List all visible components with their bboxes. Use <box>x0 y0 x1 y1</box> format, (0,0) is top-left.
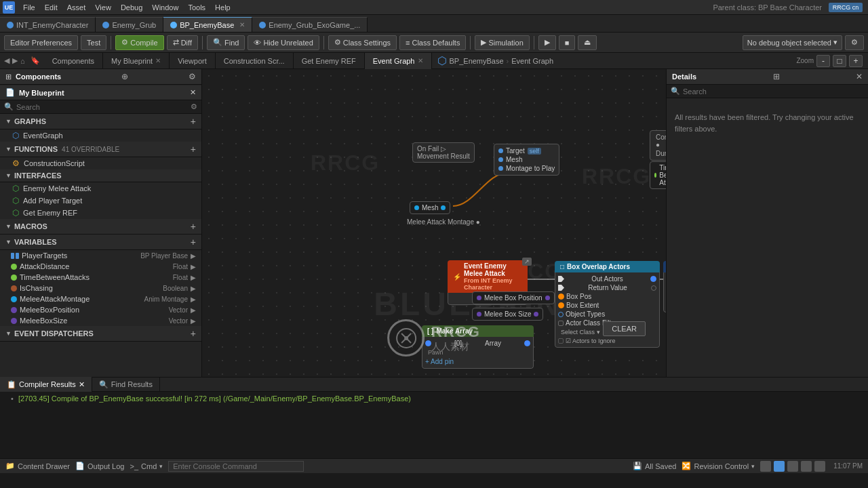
tab-int-enemy[interactable]: INT_EnemyCharacter <box>0 17 96 32</box>
tab-enemy-grub[interactable]: Enemy_Grub <box>96 17 163 32</box>
var-melee-attack-montage[interactable]: MeleeAttackMontage Anim Montage ▶ <box>0 293 201 304</box>
var-melee-box-size[interactable]: MeleeBoxSize Vector ▶ <box>0 315 201 326</box>
zoom-fit-btn[interactable]: □ <box>833 55 846 67</box>
details-close-btn[interactable]: ✕ <box>856 72 863 81</box>
details-search-input[interactable] <box>683 87 864 96</box>
diff-btn[interactable]: ⇄ Diff <box>167 35 198 50</box>
var-melee-box-position-expand[interactable]: ▶ <box>191 306 196 314</box>
menu-edit[interactable]: Edit <box>41 3 62 12</box>
compile-btn[interactable]: ⚙ Compile <box>115 35 163 50</box>
editor-preferences-btn[interactable]: Editor Preferences <box>4 35 78 50</box>
zoom-in-btn[interactable]: + <box>849 55 863 67</box>
components-settings-btn[interactable]: ⚙ <box>189 72 196 81</box>
stop-btn[interactable]: ■ <box>559 35 576 50</box>
section-macros[interactable]: ▼ MACROS + <box>0 219 201 235</box>
menu-view[interactable]: View <box>91 3 115 12</box>
components-add-btn[interactable]: ⊕ <box>121 72 128 81</box>
var-player-targets[interactable]: PlayerTargets BP Player Base ▶ <box>0 250 201 261</box>
tab-bp-enemy-base[interactable]: BP_EnemyBase ✕ <box>163 17 252 32</box>
taskbar-icon-3[interactable] <box>787 461 798 472</box>
menu-file[interactable]: File <box>19 3 39 12</box>
var-melee-attack-montage-expand[interactable]: ▶ <box>191 296 196 303</box>
var-melee-box-position[interactable]: MeleeBoxPosition Vector ▶ <box>0 304 201 315</box>
sub-tab-get-enemy-ref[interactable]: Get Enemy REF <box>294 53 365 69</box>
node-melee-box-position[interactable]: Melee Box Position <box>472 291 555 304</box>
close-icon-event-graph[interactable]: ✕ <box>418 57 423 64</box>
find-results-tab[interactable]: 🔍 Find Results <box>92 377 160 392</box>
output-log-btn[interactable]: 📄 Output Log <box>75 462 124 470</box>
list-item-add-player-target[interactable]: ⬡ Add Player Target <box>0 195 201 207</box>
tab-enemy-grub-exo[interactable]: Enemy_Grub_ExoGame_... <box>252 17 368 32</box>
functions-add-btn[interactable]: + <box>191 144 196 155</box>
var-attack-distance-expand[interactable]: ▶ <box>191 263 196 270</box>
debug-settings-btn[interactable]: ⚙ <box>845 35 864 50</box>
var-time-expand[interactable]: ▶ <box>191 274 196 281</box>
variables-add-btn[interactable]: + <box>191 237 196 247</box>
play-btn[interactable]: ▶ <box>538 35 556 50</box>
section-event-dispatchers[interactable]: ▼ EVENT DISPATCHERS + <box>0 326 201 342</box>
var-melee-box-size-expand[interactable]: ▶ <box>191 317 196 325</box>
section-variables[interactable]: ▼ VARIABLES + <box>0 235 201 250</box>
console-command-input[interactable] <box>168 461 304 472</box>
test-btn[interactable]: Test <box>81 35 106 50</box>
section-interfaces[interactable]: ▼ INTERFACES <box>0 169 201 182</box>
hide-unrelated-btn[interactable]: 👁 Hide Unrelated <box>248 35 319 50</box>
add-pin-btn[interactable]: + Add pin <box>425 358 454 365</box>
class-defaults-btn[interactable]: ≡ Class Defaults <box>399 35 466 50</box>
menu-tools[interactable]: Tools <box>184 3 210 12</box>
list-item-construction-script[interactable]: ⚙ ConstructionScript <box>0 157 201 169</box>
close-icon-my-blueprint[interactable]: ✕ <box>155 57 161 64</box>
compiler-results-tab[interactable]: 📋 Compiler Results ✕ <box>0 377 92 392</box>
class-settings-btn[interactable]: ⚙ Class Settings <box>328 35 397 50</box>
taskbar-icon-4[interactable] <box>801 461 812 472</box>
menu-debug[interactable]: Debug <box>117 3 146 12</box>
sub-tab-my-blueprint[interactable]: My Blueprint ✕ <box>103 53 170 69</box>
close-icon-left-panel[interactable]: ✕ <box>190 88 196 97</box>
close-icon-bp-enemy-base[interactable]: ✕ <box>239 21 245 28</box>
list-item-enemy-melee[interactable]: ⬡ Enemy Melee Attack <box>0 182 201 195</box>
sub-tab-components[interactable]: Components <box>44 53 103 69</box>
nav-bookmark-btn[interactable]: 🔖 <box>31 56 40 65</box>
clear-button[interactable]: CLEAR <box>603 321 646 336</box>
list-item-event-graph[interactable]: ⬡ EventGraph <box>0 129 201 142</box>
taskbar-icon-2[interactable] <box>774 461 785 472</box>
zoom-out-btn[interactable]: - <box>816 55 830 67</box>
event-dispatchers-add-btn[interactable]: + <box>191 328 196 339</box>
details-grid-view-btn[interactable]: ⊞ <box>773 72 780 81</box>
nav-back-btn[interactable]: ◀ <box>4 56 9 65</box>
blueprint-search-input[interactable] <box>16 103 188 111</box>
var-player-targets-expand[interactable]: ▶ <box>191 252 196 260</box>
search-settings-icon[interactable]: ⚙ <box>191 102 197 111</box>
simulation-btn[interactable]: ▶ Simulation <box>475 35 529 50</box>
no-debug-dropdown[interactable]: No debug object selected ▾ <box>743 35 842 50</box>
section-functions[interactable]: ▼ FUNCTIONS 41 OVERRIDABLE + <box>0 142 201 157</box>
menu-help[interactable]: Help <box>211 3 235 12</box>
nav-forward-btn[interactable]: ▶ <box>12 56 18 65</box>
revision-control-btn[interactable]: 🔀 Revision Control ▾ <box>682 462 755 470</box>
var-is-chasing[interactable]: IsChasing Boolean ▶ <box>0 283 201 293</box>
sub-tab-event-graph[interactable]: Event Graph ✕ <box>365 53 432 69</box>
node-make-array[interactable]: [ ] Make Array [0] Array Pawn + Add pin <box>422 325 534 369</box>
menu-asset[interactable]: Asset <box>63 3 90 12</box>
menu-window[interactable]: Window <box>148 3 182 12</box>
section-graphs[interactable]: ▼ GRAPHS + <box>0 114 201 129</box>
close-icon-compiler[interactable]: ✕ <box>79 380 85 389</box>
all-saved-btn[interactable]: 💾 All Saved <box>633 462 676 470</box>
sub-tab-construction[interactable]: Construction Scr... <box>216 53 294 69</box>
macros-add-btn[interactable]: + <box>191 221 196 232</box>
taskbar-icon-1[interactable] <box>760 461 771 472</box>
content-drawer-btn[interactable]: 📁 Content Drawer <box>5 462 70 470</box>
node-melee-box-size[interactable]: Melee Box Size <box>472 308 543 321</box>
cmd-btn[interactable]: >_ Cmd ▾ <box>130 462 163 470</box>
nav-home-btn[interactable]: ⌂ <box>20 57 25 65</box>
var-is-chasing-expand[interactable]: ▶ <box>191 285 196 292</box>
graphs-add-btn[interactable]: + <box>191 116 196 127</box>
blueprint-canvas[interactable]: RRCG RRCG RRCG RRCG BLUEPRINT Completed … <box>202 69 666 377</box>
var-attack-distance[interactable]: AttackDistance Float ▶ <box>0 261 201 272</box>
sub-tab-viewport[interactable]: Viewport <box>170 53 216 69</box>
list-item-get-enemy-ref[interactable]: ⬡ Get Enemy REF <box>0 207 201 219</box>
find-btn[interactable]: 🔍 Find <box>207 35 245 50</box>
taskbar-icon-5[interactable] <box>814 461 825 472</box>
var-time-between-attacks[interactable]: TimeBetweenAttacks Float ▶ <box>0 272 201 283</box>
node-for-each-loop[interactable]: 🔄 For Each Loop Loop Body Array Element … <box>663 261 666 312</box>
